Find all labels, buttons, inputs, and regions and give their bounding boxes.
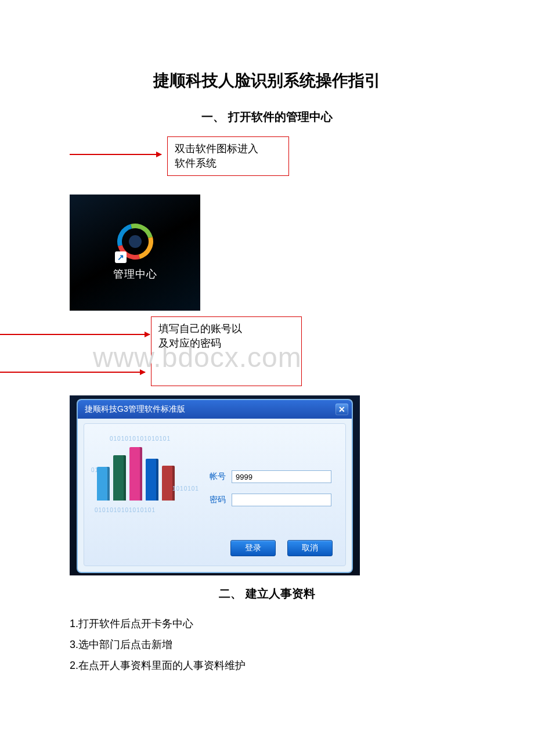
callout1-area: 双击软件图标进入 软件系统 <box>70 136 534 195</box>
login-body: 0101010101010101 010 1010101 01010101010… <box>84 423 346 566</box>
password-input[interactable] <box>232 494 331 506</box>
bar-icon <box>162 466 175 501</box>
section2-heading: 二、 建立人事资料 <box>0 586 534 602</box>
close-button[interactable]: ✕ <box>335 404 348 415</box>
callout-box-1: 双击软件图标进入 软件系统 <box>167 136 289 176</box>
bar-icon <box>129 447 142 501</box>
step-list: 1.打开软件后点开卡务中心 3.选中部门后点击新增 2.在点开人事资料里面的人事… <box>70 613 534 676</box>
callout2-line2: 及对应的密码 <box>158 336 294 351</box>
login-logo: 0101010101010101 010 1010101 01010101010… <box>92 432 208 519</box>
callout1-line2: 软件系统 <box>175 156 282 171</box>
password-label: 密码 <box>206 495 226 505</box>
step-item: 1.打开软件后点开卡务中心 <box>70 613 534 634</box>
binary-text: 1010101 <box>172 485 199 492</box>
doc-title: 捷顺科技人脸识别系统操作指引 <box>0 70 534 92</box>
account-input[interactable] <box>232 470 331 483</box>
bar-icon <box>113 455 126 501</box>
section1-heading: 一、 打开软件的管理中心 <box>0 109 534 125</box>
login-window: 捷顺科技G3管理软件标准版 ✕ 0101010101010101 010 101… <box>78 400 352 572</box>
callout1-line1: 双击软件图标进入 <box>175 142 282 156</box>
shortcut-arrow-icon: ↗ <box>115 251 127 263</box>
login-window-title: 捷顺科技G3管理软件标准版 <box>85 404 185 415</box>
cancel-button[interactable]: 取消 <box>287 540 333 556</box>
desktop-icon-label: 管理中心 <box>70 267 200 281</box>
arrow-icon <box>0 334 150 335</box>
arrow-icon <box>0 372 145 373</box>
account-row: 帐号 <box>206 470 331 483</box>
arrow-icon <box>70 154 161 155</box>
login-button-row: 登录 取消 <box>230 540 333 556</box>
login-screenshot: 捷顺科技G3管理软件标准版 ✕ 0101010101010101 010 101… <box>70 395 360 575</box>
bar-icon <box>97 467 110 501</box>
bar-icon <box>146 459 158 501</box>
step-item: 3.选中部门后点击新增 <box>70 634 534 655</box>
desktop-icon-screenshot: ↗ 管理中心 <box>70 195 200 311</box>
callout2-line1: 填写自己的账号以 <box>158 322 294 336</box>
step-item: 2.在点开人事资料里面的人事资料维护 <box>70 655 534 676</box>
close-icon: ✕ <box>338 405 345 414</box>
callout2-area: 填写自己的账号以 及对应的密码 <box>70 316 534 392</box>
login-button[interactable]: 登录 <box>230 540 276 556</box>
password-row: 密码 <box>206 494 331 506</box>
bar-graphic <box>97 447 175 501</box>
login-titlebar: 捷顺科技G3管理软件标准版 ✕ <box>78 400 352 419</box>
callout-box-2: 填写自己的账号以 及对应的密码 <box>151 316 302 386</box>
binary-text: 0101010101010101 <box>95 507 156 513</box>
binary-text: 0101010101010101 <box>110 435 171 442</box>
account-label: 帐号 <box>206 471 226 482</box>
icon-center <box>129 235 142 248</box>
